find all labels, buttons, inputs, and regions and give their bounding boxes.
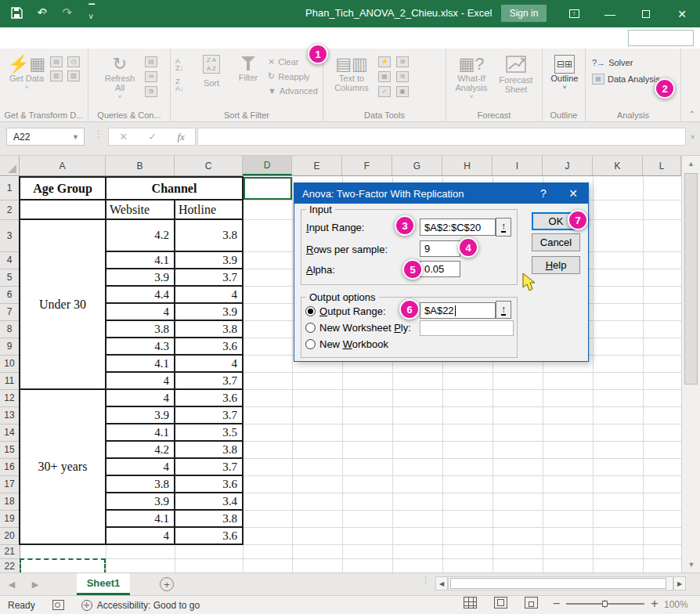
cell[interactable]	[392, 544, 442, 558]
cell[interactable]	[593, 389, 643, 406]
cell[interactable]	[593, 458, 643, 475]
column-header-a[interactable]: A	[20, 156, 106, 175]
cell[interactable]	[643, 251, 681, 269]
row-header-20[interactable]: 20	[0, 527, 20, 544]
cell[interactable]	[243, 286, 292, 303]
row-header-12[interactable]: 12	[0, 389, 20, 406]
dialog-close-icon[interactable]: ✕	[558, 187, 588, 200]
cell[interactable]	[392, 510, 442, 527]
scroll-down-icon[interactable]: ▼	[682, 557, 700, 572]
zoom-slider[interactable]	[566, 603, 644, 605]
help-button[interactable]: Help	[532, 256, 580, 274]
cell[interactable]	[543, 558, 593, 572]
cell[interactable]: 3.9	[106, 493, 175, 510]
column-header-i[interactable]: I	[493, 156, 543, 175]
row-header-17[interactable]: 17	[0, 475, 20, 493]
row-header-19[interactable]: 19	[0, 510, 20, 527]
cell[interactable]	[593, 558, 643, 572]
cell[interactable]	[342, 544, 392, 558]
cell[interactable]	[342, 389, 392, 406]
cell[interactable]: 3.6	[175, 475, 243, 493]
cell[interactable]	[342, 372, 392, 389]
cell[interactable]	[292, 406, 342, 424]
input-range-field[interactable]: $A$2:$C$20	[420, 219, 496, 236]
name-box-dropdown-icon[interactable]: ▼	[72, 133, 79, 141]
cell[interactable]	[442, 424, 493, 441]
outline-button[interactable]: ⊟⊞ Outline˅	[547, 55, 582, 92]
page-layout-view-icon[interactable]	[494, 597, 507, 609]
input-range-picker-icon[interactable]: ↑	[496, 218, 511, 237]
minimize-icon[interactable]: —	[592, 0, 628, 27]
cell[interactable]	[392, 372, 442, 389]
cell[interactable]: 3.8	[175, 320, 243, 338]
collapse-ribbon-icon[interactable]: ⌃	[689, 110, 695, 118]
sheet-nav-left-icon[interactable]: ◀	[0, 580, 23, 590]
cell[interactable]: 3.8	[175, 219, 243, 251]
cell[interactable]	[292, 544, 342, 558]
zoom-slider-thumb[interactable]	[602, 601, 608, 607]
cell[interactable]	[442, 458, 493, 475]
cell[interactable]: 3.6	[175, 527, 243, 544]
scroll-right-icon[interactable]: ▶	[673, 576, 686, 591]
tell-me-label[interactable]: Tell me	[590, 32, 622, 44]
cell[interactable]	[493, 527, 543, 544]
cell[interactable]	[243, 251, 292, 269]
age-group-header-cell[interactable]: Age Group	[20, 177, 106, 200]
cell[interactable]: 3.8	[175, 441, 243, 458]
row-header-18[interactable]: 18	[0, 493, 20, 510]
cell[interactable]	[292, 510, 342, 527]
cell[interactable]: 4.2	[106, 219, 175, 251]
cell[interactable]	[643, 286, 681, 303]
cell[interactable]: 4	[175, 286, 243, 303]
website-header-cell[interactable]: Website	[106, 200, 175, 219]
cell[interactable]	[643, 441, 681, 458]
cell[interactable]	[493, 406, 543, 424]
column-header-e[interactable]: E	[292, 156, 342, 175]
row-header-6[interactable]: 6	[0, 286, 20, 303]
cell[interactable]	[243, 441, 292, 458]
cell[interactable]	[643, 355, 681, 372]
cell[interactable]	[593, 200, 643, 219]
cell[interactable]	[593, 355, 643, 372]
row-header-4[interactable]: 4	[0, 251, 20, 269]
cell[interactable]	[593, 475, 643, 493]
cell[interactable]	[442, 527, 493, 544]
output-range-radio[interactable]	[305, 306, 316, 316]
cell[interactable]	[243, 458, 292, 475]
cell[interactable]	[543, 389, 593, 406]
cell[interactable]	[593, 441, 643, 458]
row-header-14[interactable]: 14	[0, 424, 20, 441]
cell[interactable]	[493, 389, 543, 406]
cell[interactable]	[243, 558, 292, 572]
cell[interactable]	[243, 338, 292, 355]
row-header-1[interactable]: 1	[0, 177, 20, 200]
cell[interactable]	[243, 320, 292, 338]
cell[interactable]	[593, 320, 643, 338]
cell[interactable]	[493, 544, 543, 558]
cell[interactable]: 3.9	[175, 303, 243, 320]
insert-function-icon[interactable]: fx	[177, 131, 184, 143]
cell[interactable]	[392, 406, 442, 424]
cell[interactable]: 3.7	[175, 406, 243, 424]
cell[interactable]	[292, 493, 342, 510]
cell[interactable]	[292, 458, 342, 475]
column-header-b[interactable]: B	[106, 156, 175, 175]
cell[interactable]	[643, 372, 681, 389]
cell[interactable]	[292, 372, 342, 389]
cell[interactable]: 3.5	[175, 424, 243, 441]
cell[interactable]: 3.4	[175, 493, 243, 510]
cell[interactable]	[243, 303, 292, 320]
cell[interactable]	[392, 527, 442, 544]
cell[interactable]	[493, 441, 543, 458]
cell[interactable]	[543, 475, 593, 493]
cell[interactable]	[392, 424, 442, 441]
row-header-11[interactable]: 11	[0, 372, 20, 389]
row-header-21[interactable]: 21	[0, 544, 20, 558]
cell[interactable]	[106, 558, 175, 572]
cell[interactable]	[543, 527, 593, 544]
output-range-cell-a22[interactable]	[20, 558, 106, 572]
cell[interactable]	[20, 200, 106, 219]
cell[interactable]	[593, 303, 643, 320]
cell[interactable]	[243, 424, 292, 441]
maximize-icon[interactable]	[628, 0, 664, 27]
